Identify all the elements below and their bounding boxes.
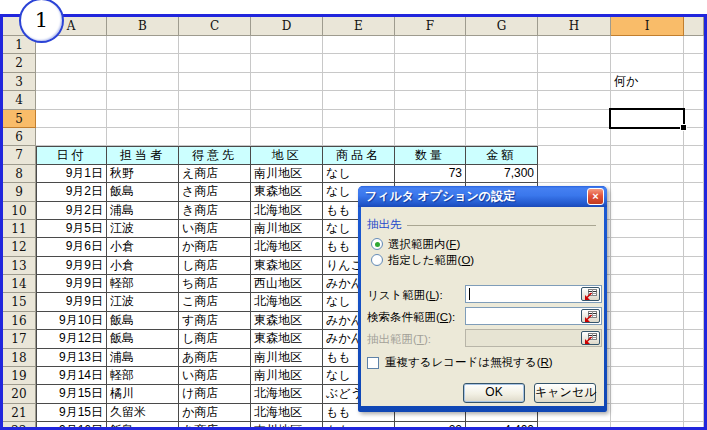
cell-I18[interactable] bbox=[611, 349, 684, 367]
column-header-E[interactable]: E bbox=[323, 17, 395, 36]
row-header-18[interactable]: 18 bbox=[3, 349, 36, 367]
cell-A19[interactable]: 9月14日 bbox=[36, 367, 107, 385]
cell-F3[interactable] bbox=[395, 73, 466, 91]
cell[interactable] bbox=[684, 36, 704, 54]
column-header-D[interactable]: D bbox=[251, 17, 323, 36]
cell-H7[interactable] bbox=[538, 146, 611, 164]
cell-G7[interactable]: 金額 bbox=[466, 146, 538, 164]
cell-D18[interactable]: 南川地区 bbox=[251, 349, 323, 367]
cell[interactable] bbox=[684, 110, 704, 128]
cell-B12[interactable]: 小倉 bbox=[107, 238, 179, 256]
cell-D2[interactable] bbox=[251, 54, 323, 72]
cell-A22[interactable]: 9月16日 bbox=[36, 422, 107, 427]
cell-C14[interactable]: ち商店 bbox=[179, 275, 251, 293]
cell[interactable] bbox=[684, 422, 704, 427]
cell-G3[interactable] bbox=[466, 73, 538, 91]
column-header-B[interactable]: B bbox=[107, 17, 179, 36]
row-header-3[interactable]: 3 bbox=[3, 73, 36, 91]
radio-selected-icon[interactable] bbox=[371, 238, 383, 250]
cell-E22[interactable]: もも bbox=[323, 422, 395, 427]
cell-B5[interactable] bbox=[107, 110, 179, 128]
cell-I20[interactable] bbox=[611, 385, 684, 403]
cell-C10[interactable]: き商店 bbox=[179, 202, 251, 220]
cell-B7[interactable]: 担当者 bbox=[107, 146, 179, 164]
cell-F1[interactable] bbox=[395, 36, 466, 54]
cell-I15[interactable] bbox=[611, 293, 684, 311]
cell-D14[interactable]: 西山地区 bbox=[251, 275, 323, 293]
cell-I10[interactable] bbox=[611, 202, 684, 220]
cell-B17[interactable]: 飯島 bbox=[107, 330, 179, 348]
cell-E6[interactable] bbox=[323, 128, 395, 146]
cell-I13[interactable] bbox=[611, 257, 684, 275]
cell-I1[interactable] bbox=[611, 36, 684, 54]
cell-E3[interactable] bbox=[323, 73, 395, 91]
cell-A11[interactable]: 9月5日 bbox=[36, 220, 107, 238]
cell-E4[interactable] bbox=[323, 91, 395, 109]
cell[interactable] bbox=[684, 73, 704, 91]
cell-I12[interactable] bbox=[611, 238, 684, 256]
cell-I16[interactable] bbox=[611, 312, 684, 330]
cell-I7[interactable] bbox=[611, 146, 684, 164]
cell-G2[interactable] bbox=[466, 54, 538, 72]
row-header-5[interactable]: 5 bbox=[3, 110, 36, 128]
cell-C21[interactable]: か商店 bbox=[179, 404, 251, 422]
cell-B9[interactable]: 飯島 bbox=[107, 183, 179, 201]
cell-F5[interactable] bbox=[395, 110, 466, 128]
cell-B6[interactable] bbox=[107, 128, 179, 146]
cell-G4[interactable] bbox=[466, 91, 538, 109]
cell-D6[interactable] bbox=[251, 128, 323, 146]
cell[interactable] bbox=[684, 385, 704, 403]
cell-D22[interactable]: 南川地区 bbox=[251, 422, 323, 427]
radio-filter-in-place[interactable]: 選択範囲内(F) bbox=[371, 237, 460, 251]
cell-D20[interactable]: 北海地区 bbox=[251, 385, 323, 403]
cell-A15[interactable]: 9月9日 bbox=[36, 293, 107, 311]
cell-B14[interactable]: 軽部 bbox=[107, 275, 179, 293]
cell-A21[interactable]: 9月15日 bbox=[36, 404, 107, 422]
cell-I8[interactable] bbox=[611, 165, 684, 183]
cell-A9[interactable]: 9月2日 bbox=[36, 183, 107, 201]
cell-C9[interactable]: さ商店 bbox=[179, 183, 251, 201]
cell-D12[interactable]: 北海地区 bbox=[251, 238, 323, 256]
row-header-4[interactable]: 4 bbox=[3, 91, 36, 109]
cell[interactable] bbox=[684, 165, 704, 183]
cell-C13[interactable]: し商店 bbox=[179, 257, 251, 275]
cell-A17[interactable]: 9月12日 bbox=[36, 330, 107, 348]
cell-F6[interactable] bbox=[395, 128, 466, 146]
unique-records-checkbox-row[interactable]: 重複するレコードは無視する(R) bbox=[367, 355, 553, 370]
cell-C1[interactable] bbox=[179, 36, 251, 54]
list-range-input[interactable] bbox=[465, 285, 602, 303]
cell-A12[interactable]: 9月6日 bbox=[36, 238, 107, 256]
cell-I2[interactable] bbox=[611, 54, 684, 72]
cell-C17[interactable]: し商店 bbox=[179, 330, 251, 348]
row-header-9[interactable]: 9 bbox=[3, 183, 36, 201]
cell-C8[interactable]: え商店 bbox=[179, 165, 251, 183]
cell[interactable] bbox=[684, 238, 704, 256]
cell-G8[interactable]: 7,300 bbox=[466, 165, 538, 183]
cell-D5[interactable] bbox=[251, 110, 323, 128]
column-header-H[interactable]: H bbox=[538, 17, 611, 36]
cell-C5[interactable] bbox=[179, 110, 251, 128]
column-header-I[interactable]: I bbox=[611, 17, 684, 36]
cell-B10[interactable]: 浦島 bbox=[107, 202, 179, 220]
cell-B20[interactable]: 橘川 bbox=[107, 385, 179, 403]
cell-F7[interactable]: 数量 bbox=[395, 146, 466, 164]
dialog-titlebar[interactable]: フィルタ オプションの設定 × bbox=[358, 186, 607, 207]
cell-C12[interactable]: か商店 bbox=[179, 238, 251, 256]
cell[interactable] bbox=[684, 128, 704, 146]
cell-B11[interactable]: 江波 bbox=[107, 220, 179, 238]
cell-I21[interactable] bbox=[611, 404, 684, 422]
cell-D1[interactable] bbox=[251, 36, 323, 54]
cell-D21[interactable]: 北海地区 bbox=[251, 404, 323, 422]
cell-G1[interactable] bbox=[466, 36, 538, 54]
cell-F4[interactable] bbox=[395, 91, 466, 109]
cell-A4[interactable] bbox=[36, 91, 107, 109]
cell[interactable] bbox=[684, 202, 704, 220]
row-header-16[interactable]: 16 bbox=[3, 312, 36, 330]
cell-A18[interactable]: 9月13日 bbox=[36, 349, 107, 367]
row-header-2[interactable]: 2 bbox=[3, 54, 36, 72]
cell[interactable] bbox=[684, 275, 704, 293]
column-header-G[interactable]: G bbox=[466, 17, 538, 36]
cell-A2[interactable] bbox=[36, 54, 107, 72]
cell-G5[interactable] bbox=[466, 110, 538, 128]
cell[interactable] bbox=[684, 54, 704, 72]
